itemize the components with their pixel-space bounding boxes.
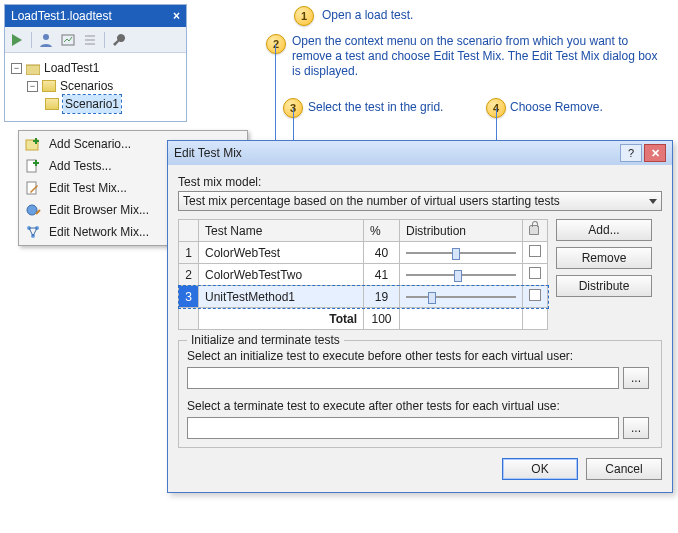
step-1-text: Open a load test. — [322, 8, 522, 23]
cell-test-name[interactable]: UnitTestMethod1 — [199, 286, 364, 308]
combo-value: Test mix percentage based on the number … — [183, 194, 560, 208]
edit-test-mix-dialog: Edit Test Mix ? ✕ Test mix model: Test m… — [167, 140, 673, 493]
table-row[interactable]: 1ColorWebTest40 — [179, 242, 548, 264]
cell-lock[interactable] — [523, 264, 548, 286]
lock-checkbox[interactable] — [529, 267, 541, 279]
cell-percent[interactable]: 19 — [364, 286, 400, 308]
total-label: Total — [199, 308, 364, 330]
cell-test-name[interactable]: ColorWebTest — [199, 242, 364, 264]
tree-node-scenarios[interactable]: − Scenarios — [9, 77, 182, 95]
row-number[interactable]: 1 — [179, 242, 199, 264]
browse-initialize-button[interactable]: ... — [623, 367, 649, 389]
add-button[interactable]: Add... — [556, 219, 652, 241]
tree-node-label: Scenario1 — [63, 95, 121, 113]
cell-test-name[interactable]: ColorWebTestTwo — [199, 264, 364, 286]
document-tab-label: LoadTest1.loadtest — [11, 9, 112, 23]
cell-distribution[interactable] — [400, 242, 523, 264]
lock-icon — [529, 225, 539, 235]
footer-rownum — [179, 308, 199, 330]
ok-button[interactable]: OK — [502, 458, 578, 480]
ctx-item-label: Add Tests... — [49, 159, 111, 173]
terminate-label: Select a terminate test to execute after… — [187, 399, 653, 413]
cell-percent[interactable]: 41 — [364, 264, 400, 286]
browse-terminate-button[interactable]: ... — [623, 417, 649, 439]
distribution-slider[interactable] — [406, 247, 516, 259]
distribution-slider[interactable] — [406, 269, 516, 281]
cancel-button[interactable]: Cancel — [586, 458, 662, 480]
document-tab[interactable]: LoadTest1.loadtest × — [5, 5, 186, 27]
table-row[interactable]: 3UnitTestMethod119 — [179, 286, 548, 308]
ctx-item-label: Edit Network Mix... — [49, 225, 149, 239]
dialog-title: Edit Test Mix — [174, 146, 242, 160]
cell-distribution[interactable] — [400, 286, 523, 308]
dialog-titlebar[interactable]: Edit Test Mix ? ✕ — [168, 141, 672, 165]
add-scenario-icon — [25, 136, 41, 152]
step-1-marker: 1 — [294, 6, 314, 26]
row-number[interactable]: 2 — [179, 264, 199, 286]
wrench-icon[interactable] — [111, 32, 127, 48]
tree-node-root[interactable]: − LoadTest1 — [9, 59, 182, 77]
step-2-text: Open the context menu on the scenario fr… — [292, 34, 664, 79]
cell-distribution[interactable] — [400, 264, 523, 286]
add-tests-icon — [25, 158, 41, 174]
test-mix-model-label: Test mix model: — [178, 175, 662, 189]
edit-network-mix-icon — [25, 224, 41, 240]
step-4-text: Choose Remove. — [510, 100, 660, 115]
expander-icon[interactable]: − — [27, 81, 38, 92]
cell-percent[interactable]: 40 — [364, 242, 400, 264]
col-rownum[interactable] — [179, 220, 199, 242]
leader-line — [275, 44, 276, 147]
edit-test-mix-icon — [25, 180, 41, 196]
col-distribution[interactable]: Distribution — [400, 220, 523, 242]
group-legend: Initialize and terminate tests — [187, 333, 344, 347]
settings-threshold-icon[interactable] — [82, 32, 98, 48]
col-test-name[interactable]: Test Name — [199, 220, 364, 242]
svg-rect-5 — [27, 160, 36, 172]
test-mix-grid[interactable]: Test Name % Distribution 1ColorWebTest40… — [178, 219, 548, 330]
svg-point-1 — [43, 34, 49, 40]
ctx-item-label: Edit Test Mix... — [49, 181, 127, 195]
folder-icon — [42, 80, 56, 92]
initialize-test-input[interactable] — [187, 367, 619, 389]
col-percent[interactable]: % — [364, 220, 400, 242]
init-terminate-group: Initialize and terminate tests Select an… — [178, 340, 662, 448]
expander-icon[interactable]: − — [11, 63, 22, 74]
remove-button[interactable]: Remove — [556, 247, 652, 269]
svg-marker-0 — [12, 34, 22, 46]
separator — [104, 32, 105, 48]
loadtest-tree[interactable]: − LoadTest1 − Scenarios Scenario1 — [5, 53, 186, 121]
edit-browser-mix-icon — [25, 202, 41, 218]
step-2-marker: 2 — [266, 34, 286, 54]
explorer-toolbar — [5, 27, 186, 53]
folder-icon — [45, 98, 59, 110]
ctx-item-label: Edit Browser Mix... — [49, 203, 149, 217]
loadtest-icon — [26, 62, 40, 74]
cell-lock[interactable] — [523, 286, 548, 308]
ctx-item-label: Add Scenario... — [49, 137, 131, 151]
separator — [31, 32, 32, 48]
close-icon[interactable]: ✕ — [644, 144, 666, 162]
user-scenario-icon[interactable] — [38, 32, 54, 48]
lock-checkbox[interactable] — [529, 245, 541, 257]
col-lock[interactable] — [523, 220, 548, 242]
run-icon[interactable] — [9, 32, 25, 48]
total-value: 100 — [364, 308, 400, 330]
terminate-test-input[interactable] — [187, 417, 619, 439]
test-mix-model-combo[interactable]: Test mix percentage based on the number … — [178, 191, 662, 211]
step-3-text: Select the test in the grid. — [308, 100, 478, 115]
row-number[interactable]: 3 — [179, 286, 199, 308]
chevron-down-icon — [649, 199, 657, 204]
svg-rect-3 — [26, 65, 40, 75]
tree-node-scenario1[interactable]: Scenario1 — [9, 95, 182, 113]
distribute-button[interactable]: Distribute — [556, 275, 652, 297]
distribution-slider[interactable] — [406, 291, 516, 303]
counter-icon[interactable] — [60, 32, 76, 48]
lock-checkbox[interactable] — [529, 289, 541, 301]
tree-node-label: LoadTest1 — [44, 59, 99, 77]
close-icon[interactable]: × — [173, 9, 180, 23]
table-row[interactable]: 2ColorWebTestTwo41 — [179, 264, 548, 286]
loadtest-explorer: LoadTest1.loadtest × − LoadTest1 — [4, 4, 187, 122]
cell-lock[interactable] — [523, 242, 548, 264]
help-icon[interactable]: ? — [620, 144, 642, 162]
tree-node-label: Scenarios — [60, 77, 113, 95]
